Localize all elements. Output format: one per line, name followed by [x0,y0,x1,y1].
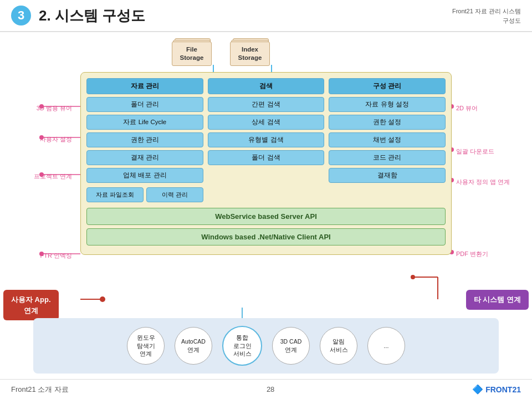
footer: Front21 소개 자료 28 🔷 FRONT21 [0,379,532,399]
btn-history-management[interactable]: 이력 관리 [146,187,203,202]
page-title: 2. 시스템 구성도 [39,6,145,25]
btn-approval-management[interactable]: 결재 관리 [86,150,203,165]
btn-file-browse[interactable]: 자료 파일조회 [86,187,144,202]
bottom-section: 윈도우탐색기연계 AutoCAD연계 통합로그인서비스 3D CAD연계 알림서… [33,318,499,374]
btn-access-control[interactable]: 권한 관리 [86,132,203,147]
btn-folder-management[interactable]: 폴더 관리 [86,97,203,112]
btn-data-management-header[interactable]: 자료 관리 [86,78,203,94]
footer-logo: 🔷 FRONT21 [472,384,521,395]
header: 3 2. 시스템 구성도 Front21 자료 관리 시스템 구성도 [0,0,532,32]
btn-type-search[interactable]: 유형별 검색 [208,132,325,147]
btn-config-management-header[interactable]: 구성 관리 [329,78,446,94]
side-label-2d-viewer: 2D 뷰어 [452,103,532,112]
circle-unified-login: 통합로그인서비스 [222,326,262,366]
header-subtitle: Front21 자료 관리 시스템 구성도 [452,7,521,25]
btn-detail-search[interactable]: 상세 검색 [208,115,325,130]
file-storage: FileStorage [172,38,213,67]
user-app-box: 사용자 App.연계 [3,290,59,320]
btn-code-management[interactable]: 코드 관리 [329,150,446,165]
btn-folder-search[interactable]: 폴더 검색 [208,150,325,165]
circle-3d-cad: 3D CAD연계 [272,327,310,365]
side-label-user-settings: 사용자 설정 [0,134,72,144]
footer-left-text: Front21 소개 자료 [11,385,69,395]
btn-data-type-setting[interactable]: 자료 유형 설정 [329,97,446,112]
btn-lifecycle[interactable]: 자료 Life Cycle [86,115,203,130]
btn-numbering-setting[interactable]: 채번 설정 [329,132,446,147]
circle-more: ... [367,327,405,365]
system-box: 자료 관리 폴더 관리 자료 Life Cycle 권한 관리 결재 관리 업체… [80,72,452,255]
webservice-api-bar: WebService based Server API [86,208,446,225]
index-storage-label: IndexStorage [238,45,262,62]
side-label-pdf: PDF 변환기 [452,248,532,258]
svg-point-24 [100,296,105,302]
btn-simple-search[interactable]: 간편 검색 [208,97,325,112]
side-label-custom-app: 사용자 정의 앱 연계 [452,176,532,186]
file-storage-label: FileStorage [180,45,204,62]
btn-search-header[interactable]: 검색 [208,78,325,94]
ta-system-box: 타 시스템 연계 [466,290,529,310]
storage-container: FileStorage IndexStorage [172,38,272,67]
side-label-bulk-download: 일괄 다운로드 [452,146,532,156]
side-label-3d-viewer: 3D 범용 뷰어 [0,103,72,112]
windows-api-bar: Windows based .Net/Native Client API [86,228,446,245]
system-columns: 자료 관리 폴더 관리 자료 Life Cycle 권한 관리 결재 관리 업체… [86,78,446,183]
page-container: 3 2. 시스템 구성도 Front21 자료 관리 시스템 구성도 [0,0,532,399]
btn-distribution[interactable]: 업체 배포 관리 [86,168,203,183]
circle-alarm: 알림서비스 [320,327,357,365]
col-config-management: 구성 관리 자료 유형 설정 권한 설정 채번 설정 코드 관리 결재함 [329,78,446,183]
btn-approval-box[interactable]: 결재함 [329,168,446,183]
col1-bottom-row: 자료 파일조회 이력 관리 [86,187,203,202]
circle-windows-explorer: 윈도우탐색기연계 [127,327,165,365]
index-storage: IndexStorage [230,38,272,67]
side-label-project: 프로젝트 연계 [0,171,72,181]
btn-permission-setting[interactable]: 권한 설정 [329,115,446,130]
side-label-ftr: FTR 인덱싱 [0,250,72,260]
col-search: 검색 간편 검색 상세 검색 유형별 검색 폴더 검색 [208,78,325,183]
slide-number: 3 [11,6,31,25]
col-data-management: 자료 관리 폴더 관리 자료 Life Cycle 권한 관리 결재 관리 업체… [86,78,203,183]
svg-point-22 [411,275,415,279]
circle-autocad: AutoCAD연계 [175,327,212,365]
footer-page-number: 28 [267,385,274,393]
